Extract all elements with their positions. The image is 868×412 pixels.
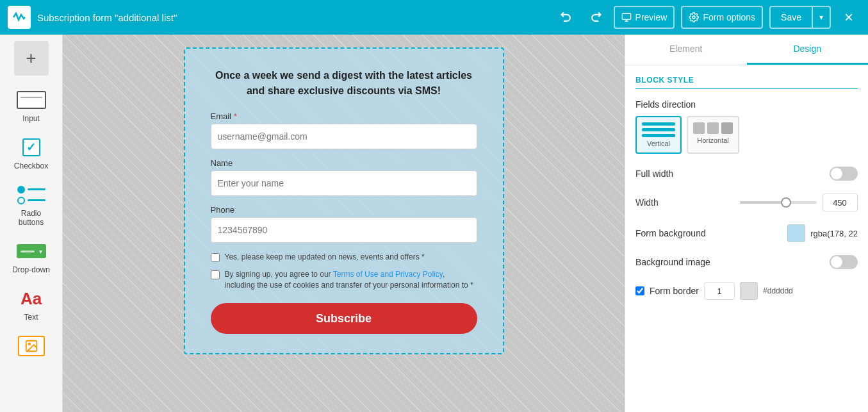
topbar: Subscription form "additional list" Prev… [0,0,868,35]
preview-button[interactable]: Preview [614,6,675,29]
form-background-color-row: rgba(178, 22 [787,224,858,242]
form-background-row: Form background rgba(178, 22 [635,224,858,242]
sidebar-item-text[interactable]: Aa Text [6,282,57,327]
input-icon [16,88,47,111]
form-border-label: Form border [650,286,699,296]
fields-direction-section: Fields direction Vertical [635,99,858,154]
checkbox1[interactable] [211,253,220,262]
toggle-knob [831,168,842,179]
width-label: Width [635,197,659,208]
name-label: Name [211,158,477,168]
app-logo [8,6,31,29]
width-value[interactable]: 450 [822,194,858,211]
name-input[interactable] [211,170,477,196]
sidebar-item-radio[interactable]: Radio buttons [6,178,57,232]
sidebar-item-checkbox[interactable]: ✓ Checkbox [6,131,57,176]
horizontal-blocks-icon [693,122,733,134]
slider-thumb [781,197,791,208]
form-border-row: Form border 1 #dddddd [635,282,858,300]
checkbox2-row: By signing up, you agree to our Terms of… [211,269,477,291]
email-label: Email * [211,111,477,121]
form-canvas: Once a week we send a digest with the la… [184,47,504,399]
border-color-swatch[interactable] [740,282,758,300]
border-width-value[interactable]: 1 [704,282,735,300]
close-button[interactable]: × [837,6,860,29]
email-field-group: Email * [211,111,477,149]
panel-tabs: Element Design [625,35,868,65]
checkbox-icon: ✓ [16,136,47,159]
redo-button[interactable] [584,6,607,29]
panel-body: BLOCK STYLE Fields direction Vertical [625,65,868,412]
form-border-checkbox[interactable] [635,286,644,295]
form-heading: Once a week we send a digest with the la… [211,68,477,99]
border-row: Form border 1 #dddddd [635,282,793,300]
image-icon [16,334,47,358]
name-field-group: Name [211,158,477,196]
background-image-label: Background image [635,257,710,267]
email-input[interactable] [211,124,477,149]
direction-vertical[interactable]: Vertical [635,116,682,154]
form-background-label: Form background [635,228,706,238]
save-group: Save ▾ [769,6,831,29]
checkbox1-row: Yes, please keep me updated on news, eve… [211,252,477,263]
width-row: Width 450 [635,194,858,211]
sidebar-item-input[interactable]: Input [6,83,57,128]
sidebar-item-image[interactable] [6,329,57,365]
subscribe-button[interactable]: Subscribe [211,303,477,334]
direction-options: Vertical Horizontal [635,116,858,154]
save-button[interactable]: Save [769,6,813,29]
add-element-button[interactable]: + [14,41,49,76]
width-slider-container: 450 [740,194,858,211]
width-slider[interactable] [740,201,817,204]
tab-design[interactable]: Design [747,35,869,65]
background-image-toggle[interactable] [830,255,858,269]
border-color-value: #dddddd [763,286,793,295]
direction-horizontal[interactable]: Horizontal [687,116,739,154]
checkbox2-text: By signing up, you agree to our Terms of… [225,269,477,291]
phone-label: Phone [211,205,477,215]
form-options-button[interactable]: Form options [681,6,763,29]
main-layout: + Input ✓ Checkbox [0,35,868,412]
vertical-lines-icon [642,122,675,137]
fields-direction-label: Fields direction [635,99,858,110]
dropdown-icon: ▾ [16,240,47,263]
svg-rect-0 [622,13,630,19]
save-dropdown-button[interactable]: ▾ [813,6,831,29]
form-background-value: rgba(178, 22 [810,229,858,238]
slider-fill [740,201,786,204]
checkbox1-text: Yes, please keep me updated on news, eve… [225,252,425,263]
radio-icon [16,183,47,206]
tab-element[interactable]: Element [625,35,747,65]
checkbox2[interactable] [211,270,220,279]
full-width-row: Full width [635,167,858,181]
block-style-label: BLOCK STYLE [635,76,858,89]
svg-point-1 [692,16,695,19]
left-sidebar: + Input ✓ Checkbox [0,35,63,412]
text-icon: Aa [16,287,47,310]
phone-field-group: Phone [211,205,477,243]
background-image-row: Background image [635,255,858,269]
canvas-area: Once a week we send a digest with the la… [63,35,625,412]
full-width-label: Full width [635,169,673,179]
page-title: Subscription form "additional list" [37,12,548,23]
full-width-toggle[interactable] [830,167,858,181]
phone-input[interactable] [211,217,477,243]
form-background-swatch[interactable] [787,224,805,242]
svg-point-3 [28,343,30,345]
terms-link[interactable]: Terms of Use and Privacy Policy [333,270,443,279]
form-card: Once a week we send a digest with the la… [184,47,504,354]
bg-toggle-knob [831,256,842,268]
undo-button[interactable] [555,6,578,29]
sidebar-item-dropdown[interactable]: ▾ Drop-down [6,235,57,279]
right-panel: Element Design BLOCK STYLE Fields direct… [625,35,868,412]
